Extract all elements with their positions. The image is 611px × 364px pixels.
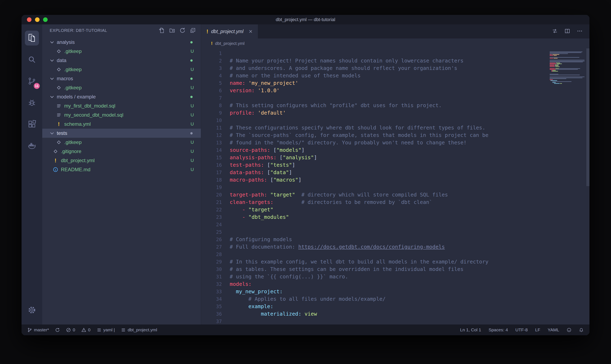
new-folder-icon[interactable]	[169, 27, 175, 34]
settings-gear-icon[interactable]	[22, 299, 42, 321]
code-line[interactable]: 22 - "target"	[201, 206, 589, 213]
chevron-down-icon	[49, 76, 55, 81]
code-line[interactable]: 13# found in the "models/" directory. Yo…	[201, 139, 589, 146]
tree-row[interactable]: !dbt_project.ymlU	[42, 156, 201, 165]
tree-row[interactable]: README.mdU	[42, 165, 201, 174]
line-number: 4	[201, 72, 222, 79]
indentation[interactable]: Spaces: 4	[489, 327, 508, 332]
notifications-bell-icon[interactable]	[579, 328, 584, 332]
explorer-icon[interactable]	[22, 27, 42, 49]
code-line[interactable]: 10	[201, 117, 589, 124]
code-line[interactable]: 12# The `source-paths` config, for examp…	[201, 131, 589, 139]
code-line[interactable]: 24	[201, 221, 589, 228]
encoding[interactable]: UTF-8	[515, 327, 528, 332]
line-number: 29	[201, 258, 222, 266]
code-line[interactable]: 31# using the `{{ config(...) }}` macro.	[201, 273, 589, 280]
code-line[interactable]: 35 example:	[201, 303, 589, 310]
split-editor-icon[interactable]	[564, 28, 570, 35]
docker-icon[interactable]	[22, 135, 42, 156]
code-line[interactable]: 11# These configurations specify where d…	[201, 124, 589, 131]
code-line[interactable]: 23 - "dbt_modules"	[201, 213, 589, 221]
warnings-item[interactable]: 0	[81, 327, 91, 332]
code-line[interactable]: 32models:	[201, 280, 589, 288]
code-line[interactable]: 5name: 'my_new_project'	[201, 79, 589, 87]
tree-row[interactable]: .gitkeepU	[42, 138, 201, 147]
zoom-window-button[interactable]	[43, 17, 48, 22]
errors-item[interactable]: 0	[66, 327, 75, 332]
code-editor[interactable]: 12# Name your project! Project names sho…	[201, 48, 589, 325]
code-line[interactable]: 3# and underscores. A good package name …	[201, 65, 589, 72]
git-branch-item[interactable]: master*	[27, 327, 49, 332]
code-line[interactable]: 15analysis-paths: ["analysis"]	[201, 154, 589, 161]
collapse-all-icon[interactable]	[190, 27, 196, 34]
minimap[interactable]	[550, 51, 584, 85]
close-tab-icon[interactable]: ×	[249, 28, 252, 35]
code-line[interactable]: 21clean-targets: # directories to be rem…	[201, 198, 589, 206]
refresh-icon[interactable]	[179, 27, 186, 34]
code-line[interactable]: 26# Configuring models	[201, 236, 589, 243]
tree-row[interactable]: .gitkeepU	[42, 47, 201, 56]
line-number: 6	[201, 87, 222, 94]
code-line[interactable]: 29# In this example config, we tell dbt …	[201, 258, 589, 266]
titlebar[interactable]: dbt_project.yml — dbt-tutorial	[22, 15, 589, 24]
close-window-button[interactable]	[27, 17, 31, 22]
eol-sequence[interactable]: LF	[535, 327, 540, 332]
language-id[interactable]: YAML	[548, 327, 559, 332]
minimap-line	[550, 79, 584, 80]
code-line[interactable]: 16test-paths: ["tests"]	[201, 161, 589, 169]
code-line[interactable]: 27# Full documentation: https://docs.get…	[201, 243, 589, 251]
code-lines: 12# Name your project! Project names sho…	[201, 48, 589, 325]
code-line[interactable]: 28	[201, 251, 589, 258]
tree-row[interactable]: .gitkeepU	[42, 65, 201, 74]
code-line[interactable]: 18macro-paths: ["macros"]	[201, 176, 589, 184]
code-line[interactable]: 17data-paths: ["data"]	[201, 169, 589, 176]
code-line[interactable]: 1	[201, 50, 589, 57]
line-number: 14	[201, 146, 222, 154]
feedback-smiley-icon[interactable]	[567, 328, 571, 332]
code-line[interactable]: 36 materialized: view	[201, 310, 589, 318]
breadcrumb-file: dbt_project.yml	[215, 41, 244, 46]
tree-row[interactable]: models / example	[42, 92, 201, 101]
tab-dbt-project-yml[interactable]: ! dbt_project.yml ×	[201, 24, 258, 39]
tree-row[interactable]: analysis	[42, 38, 201, 47]
code-line[interactable]: 33 my_new_project:	[201, 288, 589, 295]
tree-row[interactable]: data	[42, 56, 201, 65]
language-mode-item[interactable]: yaml |	[97, 327, 115, 332]
tree-row[interactable]: my_first_dbt_model.sqlU	[42, 101, 201, 110]
code-line[interactable]: 14source-paths: ["models"]	[201, 146, 589, 154]
search-icon[interactable]	[22, 49, 42, 70]
debug-icon[interactable]	[22, 92, 42, 113]
code-line[interactable]: 8# This setting configures which "profil…	[201, 102, 589, 109]
open-changes-icon[interactable]	[552, 28, 558, 35]
code-line[interactable]: 2# Name your project! Project names shou…	[201, 57, 589, 65]
tree-row[interactable]: .gitkeepU	[42, 83, 201, 92]
code-line[interactable]: 19	[201, 184, 589, 191]
code-line[interactable]: 34 # Applies to all files under models/e…	[201, 295, 589, 303]
extensions-icon[interactable]	[22, 113, 42, 135]
minimize-window-button[interactable]	[35, 17, 40, 22]
code-line[interactable]: 20target-path: "target" # directory whic…	[201, 191, 589, 198]
scrollbar[interactable]	[586, 48, 589, 186]
tree-row[interactable]: my_second_dbt_model.sqlU	[42, 110, 201, 119]
code-line[interactable]: 4# name or the intended use of these mod…	[201, 72, 589, 79]
sync-changes-icon[interactable]	[55, 328, 60, 332]
code-line[interactable]: 25	[201, 228, 589, 236]
minimap-line	[550, 83, 584, 84]
cursor-position[interactable]: Ln 1, Col 1	[460, 327, 481, 332]
tree-row[interactable]: .gitignoreU	[42, 147, 201, 156]
chevron-down-icon	[49, 39, 55, 45]
tree-row[interactable]: !schema.ymlU	[42, 119, 201, 129]
active-file-item[interactable]: dbt_project.yml	[121, 327, 157, 332]
tree-row[interactable]: macros	[42, 74, 201, 83]
code-line[interactable]: 37	[201, 318, 589, 325]
tree-row[interactable]: tests	[42, 129, 201, 138]
code-line[interactable]: 9profile: 'default'	[201, 109, 589, 117]
code-line[interactable]: 7	[201, 94, 589, 102]
breadcrumb[interactable]: ! dbt_project.yml	[201, 39, 589, 48]
more-actions-icon[interactable]	[577, 28, 583, 35]
code-line[interactable]: 30# as tables. These settings can be ove…	[201, 266, 589, 273]
code-text: # as tables. These settings can be overr…	[230, 266, 464, 273]
code-line[interactable]: 6version: '1.0.0'	[201, 87, 589, 94]
source-control-icon[interactable]: 11	[22, 70, 42, 92]
new-file-icon[interactable]	[159, 27, 165, 34]
